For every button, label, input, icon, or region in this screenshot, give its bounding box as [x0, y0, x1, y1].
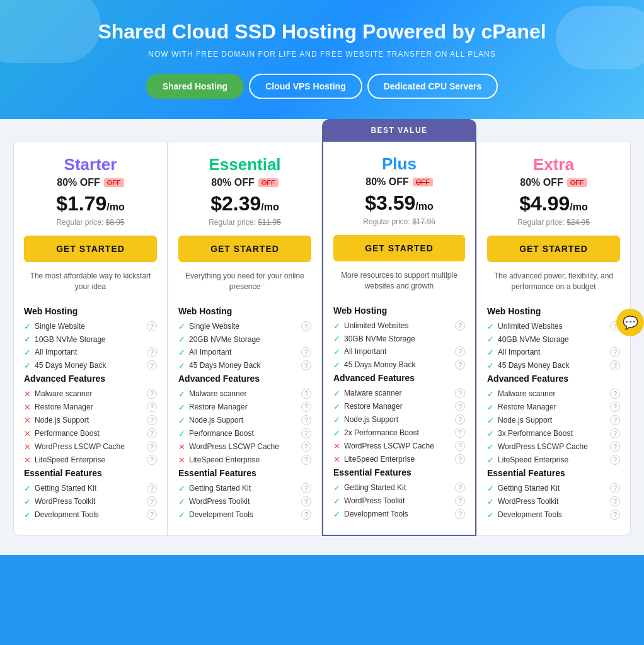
plan-badge-starter: [13, 119, 168, 142]
info-icon[interactable]: ?: [610, 442, 620, 452]
info-icon[interactable]: ?: [610, 389, 620, 399]
info-icon[interactable]: ?: [301, 428, 311, 438]
info-icon[interactable]: ?: [147, 428, 157, 438]
feature-label: LiteSpeed Enterprise: [35, 455, 143, 464]
info-icon[interactable]: ?: [610, 402, 620, 412]
info-icon[interactable]: ?: [301, 483, 311, 493]
check-icon: ✓: [24, 497, 31, 506]
cross-icon: ✕: [178, 442, 185, 452]
check-icon: ✓: [487, 429, 494, 438]
feature-item: ✓20GB NVMe Storage: [178, 334, 311, 344]
info-icon[interactable]: ?: [610, 428, 620, 438]
info-icon[interactable]: ?: [147, 347, 157, 357]
info-icon[interactable]: ?: [455, 401, 465, 411]
feature-label: WordPress LSCWP Cache: [35, 442, 143, 451]
discount-row-plus: 80% OFFOFF: [333, 176, 465, 188]
get-started-plus[interactable]: GET STARTED: [333, 235, 465, 261]
plan-badge-essential: [168, 119, 322, 142]
info-icon[interactable]: ?: [147, 402, 157, 412]
plan-name-essential: Essential: [178, 155, 311, 174]
check-icon: ✓: [487, 402, 494, 412]
plan-period: /mo: [570, 202, 587, 212]
info-icon[interactable]: ?: [147, 321, 157, 331]
check-icon: ✓: [178, 348, 185, 357]
feature-item: ✓Performance Boost?: [178, 428, 311, 438]
check-icon: ✓: [24, 510, 31, 520]
feature-label: LiteSpeed Enterprise: [498, 455, 606, 464]
check-icon: ✓: [333, 496, 340, 506]
plan-column-essential: Essential80% OFFOFF$2.39/moRegular price…: [168, 119, 322, 536]
cross-icon: ✕: [24, 429, 31, 438]
info-icon[interactable]: ?: [455, 441, 465, 451]
info-icon[interactable]: ?: [301, 510, 311, 520]
feature-item: ✓Unlimited Websites?: [487, 321, 620, 331]
info-icon[interactable]: ?: [147, 496, 157, 506]
info-icon[interactable]: ?: [610, 347, 620, 357]
feature-label: Malware scanner: [35, 389, 143, 398]
info-icon[interactable]: ?: [147, 455, 157, 465]
info-icon[interactable]: ?: [455, 454, 465, 464]
info-icon[interactable]: ?: [301, 455, 311, 465]
info-icon[interactable]: ?: [301, 347, 311, 357]
info-icon[interactable]: ?: [147, 360, 157, 370]
feature-label: WordPress Toolkit: [35, 497, 143, 506]
tab-dedicated-cpu[interactable]: Dedicated CPU Servers: [367, 74, 498, 99]
info-icon[interactable]: ?: [301, 389, 311, 399]
info-icon[interactable]: ?: [147, 415, 157, 425]
info-icon[interactable]: ?: [455, 388, 465, 398]
info-icon[interactable]: ?: [301, 402, 311, 412]
info-icon[interactable]: ?: [610, 360, 620, 370]
tab-cloud-vps[interactable]: Cloud VPS Hosting: [249, 74, 362, 99]
info-icon[interactable]: ?: [147, 510, 157, 520]
feature-item: ✓45 Days Money Back?: [333, 360, 465, 370]
regular-price-extra: Regular price: $24.95: [487, 218, 620, 227]
cross-icon: ✕: [24, 455, 31, 465]
feature-label: Node.js Support: [344, 415, 451, 424]
get-started-essential[interactable]: GET STARTED: [178, 236, 311, 262]
info-icon[interactable]: ?: [455, 346, 465, 357]
chat-button[interactable]: 💬: [616, 309, 644, 336]
info-icon[interactable]: ?: [301, 321, 311, 331]
feature-label: 30GB NVMe Storage: [344, 334, 465, 343]
feature-label: Development Tools: [344, 510, 451, 518]
info-icon[interactable]: ?: [301, 415, 311, 425]
plan-type-tabs: Shared Hosting Cloud VPS Hosting Dedicat…: [13, 74, 631, 99]
strikethrough-price: $24.95: [566, 218, 590, 227]
tab-shared-hosting[interactable]: Shared Hosting: [146, 74, 244, 99]
info-icon[interactable]: ?: [301, 360, 311, 370]
check-icon: ✓: [178, 402, 185, 412]
check-icon: ✓: [333, 428, 340, 438]
info-icon[interactable]: ?: [455, 414, 465, 425]
info-icon[interactable]: ?: [455, 360, 465, 370]
check-icon: ✓: [487, 497, 494, 506]
get-started-extra[interactable]: GET STARTED: [487, 236, 620, 262]
info-icon[interactable]: ?: [455, 428, 465, 438]
info-icon[interactable]: ?: [455, 496, 465, 506]
info-icon[interactable]: ?: [455, 321, 465, 331]
feature-item: ✓Getting Started Kit?: [178, 483, 311, 493]
get-started-starter[interactable]: GET STARTED: [24, 236, 157, 262]
section-title-essential-features: Essential Features: [333, 467, 465, 477]
check-icon: ✓: [487, 322, 494, 331]
info-icon[interactable]: ?: [301, 442, 311, 452]
info-icon[interactable]: ?: [301, 496, 311, 506]
info-icon[interactable]: ?: [610, 415, 620, 425]
info-icon[interactable]: ?: [610, 455, 620, 465]
info-icon[interactable]: ?: [610, 510, 620, 520]
section-title-web-hosting: Web Hosting: [487, 306, 620, 316]
info-icon[interactable]: ?: [455, 482, 465, 493]
info-icon[interactable]: ?: [147, 483, 157, 493]
info-icon[interactable]: ?: [147, 442, 157, 452]
info-icon[interactable]: ?: [147, 389, 157, 399]
info-icon[interactable]: ?: [610, 483, 620, 493]
info-icon[interactable]: ?: [610, 496, 620, 506]
feature-label: Getting Started Kit: [344, 483, 451, 492]
discount-percent: 80% OFF: [211, 177, 254, 188]
check-icon: ✓: [333, 360, 340, 370]
info-icon[interactable]: ?: [455, 509, 465, 519]
feature-item: ✓Node.js Support?: [333, 414, 465, 425]
feature-label: Malware scanner: [189, 389, 297, 398]
plan-period: /mo: [106, 202, 124, 212]
price-row-essential: $2.39/mo: [178, 192, 311, 215]
feature-label: WordPress Toolkit: [189, 497, 297, 506]
